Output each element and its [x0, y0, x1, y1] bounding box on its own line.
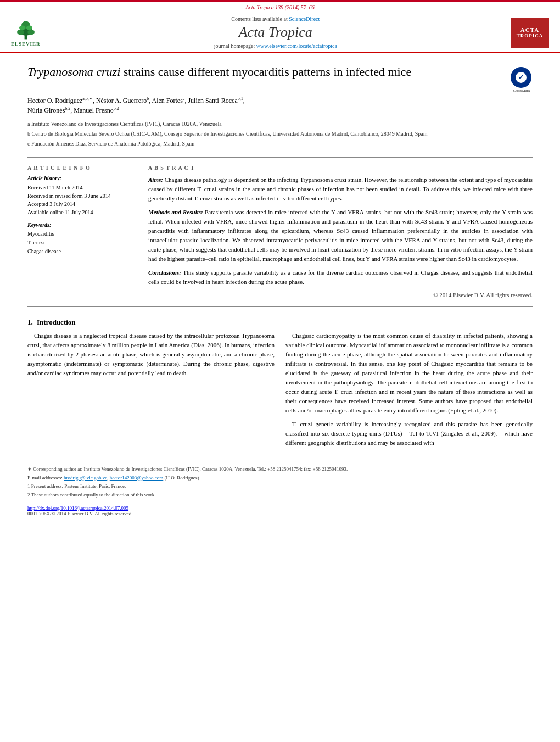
elsevier-tree-icon [12, 18, 40, 40]
journal-header: ELSEVIER Contents lists available at Sci… [0, 12, 560, 53]
title-section: Trypanosoma cruzi strains cause differen… [27, 64, 533, 89]
keyword-2: T. cruzi [27, 238, 137, 247]
keywords-label: Keywords: [27, 222, 137, 228]
crossmark-check-icon: ✓ [518, 74, 524, 82]
section-1-label: Introduction [37, 318, 76, 326]
footnote-2: 2 These authors contributed equally to t… [27, 492, 533, 499]
email-label: E-mail addresses: [27, 475, 63, 481]
svg-point-3 [27, 30, 35, 35]
intro-two-col: Chagas disease is a neglected tropical d… [27, 331, 533, 453]
email-footnote: E-mail addresses: hrodrigu@ivic.gob.ve, … [27, 475, 533, 482]
crossmark-inner: ✓ [516, 72, 527, 83]
abstract-header: A B S T R A C T [148, 165, 533, 171]
journal-homepage: journal homepage: www.elsevier.com/locat… [41, 43, 511, 49]
footnote-section: ∗ Corresponding author at: Instituto Ven… [27, 461, 533, 499]
svg-point-6 [26, 26, 32, 30]
keyword-list: Myocarditis T. cruzi Chagas disease [27, 230, 137, 256]
article-history-block: Article history: Received 11 March 2014 … [27, 175, 137, 216]
email-1-link[interactable]: hrodrigu@ivic.gob.ve [64, 475, 107, 481]
methods-text: Parasitemia was detected in mice infecte… [148, 209, 533, 262]
elsevier-text: ELSEVIER [11, 41, 41, 47]
info-abstract-cols: A R T I C L E I N F O Article history: R… [27, 165, 533, 298]
abstract-methods: Methods and Results: Parasitemia was det… [148, 208, 533, 264]
sciencedirect-link[interactable]: ScienceDirect [289, 16, 320, 22]
article-info-col: A R T I C L E I N F O Article history: R… [27, 165, 137, 298]
title-text-part: strains cause different myocarditis patt… [120, 65, 411, 79]
abstract-col: A B S T R A C T Aims: Chagas disease pat… [148, 165, 533, 298]
abstract-conclusions: Conclusions: This study supports parasit… [148, 268, 533, 287]
keyword-3: Chagas disease [27, 247, 137, 256]
available-date: Available online 11 July 2014 [27, 208, 137, 216]
homepage-prefix: journal homepage: [214, 43, 256, 49]
intro-left-col: Chagas disease is a neglected tropical d… [27, 331, 275, 453]
ho-author: (H.O. Rodríguez). [165, 475, 200, 481]
affiliation-c: c Fundación Jiménez Díaz, Servicio de An… [27, 140, 533, 148]
page-footer: http://dx.doi.org/10.1016/j.actatropica.… [27, 505, 533, 516]
received-date: Received 11 March 2014 [27, 183, 137, 192]
footnote-1: 1 Present address: Pasteur Institute, Pa… [27, 483, 533, 490]
svg-point-5 [19, 26, 25, 30]
tropica-word: TROPICA [517, 33, 544, 38]
affiliations: a Instituto Venezolano de Investigacione… [27, 120, 533, 148]
aims-label: Aims: [148, 176, 163, 183]
authors-text: Hector O. Rodrigueza,b,∗, Néstor A. Guer… [27, 97, 245, 104]
sd-prefix: Contents lists available at [231, 16, 289, 22]
methods-label: Methods and Results: [148, 209, 203, 215]
corresponding-footnote: ∗ Corresponding author at: Instituto Ven… [27, 466, 533, 473]
aims-text: Chagas disease pathology is dependent on… [148, 176, 533, 202]
main-divider [27, 157, 533, 158]
doi-line: http://dx.doi.org/10.1016/j.actatropica.… [27, 505, 533, 511]
page-wrapper: Acta Tropica 139 (2014) 57–66 ELSEVIER C… [0, 0, 560, 527]
elsevier-logo: ELSEVIER [11, 18, 41, 47]
article-title: Trypanosoma cruzi strains cause differen… [27, 64, 511, 80]
section-divider [27, 306, 533, 307]
journal-title: Acta Tropica [41, 24, 511, 41]
crossmark-label: CrossMark [511, 88, 533, 93]
crossmark-icon: ✓ [511, 67, 531, 88]
homepage-link[interactable]: www.elsevier.com/locate/actatropica [256, 43, 337, 49]
intro-right-col: Chagasic cardiomyopathy is the most comm… [285, 331, 533, 453]
volume-text: Acta Tropica 139 (2014) 57–66 [245, 4, 315, 10]
section-1-number: 1. [27, 318, 33, 326]
acta-word: ACTA [520, 26, 539, 33]
intro-para-2: Chagasic cardiomyopathy is the most comm… [285, 331, 533, 415]
header-center: Contents lists available at ScienceDirec… [41, 16, 511, 49]
introduction-section: 1. Introduction Chagas disease is a negl… [27, 318, 533, 453]
intro-para-1: Chagas disease is a neglected tropical d… [27, 331, 275, 378]
keyword-1: Myocarditis [27, 230, 137, 238]
accepted-date: Accepted 3 July 2014 [27, 200, 137, 208]
abstract-aims: Aims: Chagas disease pathology is depend… [148, 175, 533, 203]
revised-date: Received in revised form 3 June 2014 [27, 192, 137, 200]
section-1-title: 1. Introduction [27, 318, 533, 327]
copyright-line: © 2014 Elsevier B.V. All rights reserved… [148, 292, 533, 298]
journal-volume-label: Acta Tropica 139 (2014) 57–66 [0, 2, 560, 12]
issn-line: 0001-706X/© 2014 Elsevier B.V. All right… [27, 511, 533, 516]
affiliation-a: a Instituto Venezolano de Investigacione… [27, 120, 533, 129]
intro-para-3: T. cruzi genetic variability is increasi… [285, 420, 533, 448]
svg-point-2 [17, 30, 24, 35]
conclusions-label: Conclusions: [148, 269, 181, 276]
keywords-block: Keywords: Myocarditis T. cruzi Chagas di… [27, 222, 137, 256]
affiliation-b: b Centro de Biología Molecular Severo Oc… [27, 130, 533, 138]
doi-link[interactable]: http://dx.doi.org/10.1016/j.actatropica.… [27, 505, 128, 511]
crossmark-badge: ✓ CrossMark [511, 67, 533, 89]
conclusions-text: This study supports parasite variability… [148, 269, 533, 285]
sd-link-line: Contents lists available at ScienceDirec… [41, 16, 511, 22]
title-italic-part: Trypanosoma cruzi [27, 65, 120, 79]
article-content: Trypanosoma cruzi strains cause differen… [0, 53, 560, 527]
authors-line: Hector O. Rodrigueza,b,∗, Néstor A. Guer… [27, 96, 533, 115]
article-info-header: A R T I C L E I N F O [27, 165, 137, 171]
authors-text-2: Núria Gironèsb,2, Manuel Fresnob,2 [27, 107, 119, 114]
history-label: Article history: [27, 175, 137, 181]
acta-tropica-logo: ACTA TROPICA [511, 18, 549, 48]
email-2-link[interactable]: hector142003@yahoo.com [110, 475, 164, 481]
